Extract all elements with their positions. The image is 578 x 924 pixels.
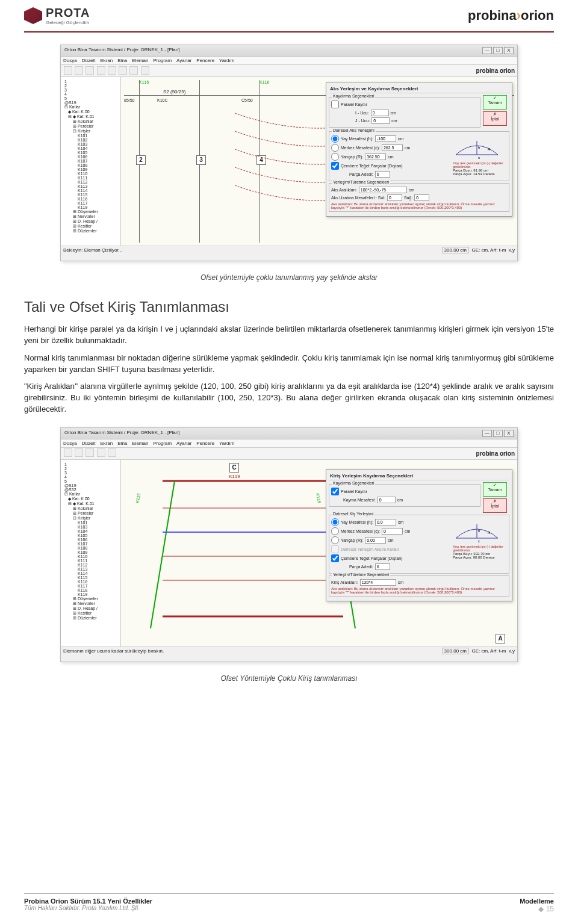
- tree-kiris-item[interactable]: K109: [63, 167, 118, 172]
- toolbar-icon[interactable]: [85, 66, 94, 75]
- merkez-input[interactable]: [382, 528, 403, 535]
- tree-kiris-item[interactable]: K118: [63, 588, 118, 592]
- tree-kiris-item[interactable]: K116: [63, 580, 118, 584]
- tree-dosemeler[interactable]: ⊞ Döşemeler: [63, 597, 118, 601]
- tree-katlar[interactable]: ⊟ Katlar: [63, 105, 118, 110]
- menu-item[interactable]: Yardım: [219, 441, 234, 446]
- tree-dosemeler[interactable]: ⊞ Döşemeler: [63, 209, 118, 214]
- toolbar-icon[interactable]: [85, 448, 94, 457]
- tree-kiris-item[interactable]: K115: [63, 193, 118, 197]
- menu-item[interactable]: Pencere: [196, 58, 214, 63]
- tree-item[interactable]: 1: [63, 462, 118, 467]
- tree-nervurler[interactable]: ⊞ Nervürler: [63, 214, 118, 219]
- parca-input[interactable]: [375, 563, 390, 570]
- paralel-kaydir-checkbox[interactable]: [331, 101, 339, 108]
- tree-kiris-item[interactable]: K114: [63, 188, 118, 193]
- tree-kiris-item[interactable]: K117: [63, 201, 118, 205]
- tree-kiris-item[interactable]: K105: [63, 150, 118, 155]
- yaricap-input[interactable]: [365, 537, 386, 544]
- menu-item[interactable]: Bina: [117, 441, 127, 446]
- close-icon[interactable]: X: [504, 430, 514, 437]
- yaricap-radio[interactable]: [331, 536, 339, 544]
- tree-kiris-item[interactable]: K113: [63, 184, 118, 188]
- maximize-icon[interactable]: □: [493, 430, 503, 437]
- menu-item[interactable]: Eleman: [132, 441, 148, 446]
- toolbar-icon[interactable]: [141, 66, 149, 75]
- tree-kesitler[interactable]: ⊞ Kesitler: [63, 611, 118, 616]
- menu-item[interactable]: Pencere: [196, 441, 214, 446]
- menu-item[interactable]: Program: [153, 58, 172, 63]
- menu-item[interactable]: Ayarlar: [176, 441, 191, 446]
- yay-radio[interactable]: [331, 518, 339, 526]
- tree-item[interactable]: 5: [63, 479, 118, 483]
- tree-kiris-item[interactable]: K105: [63, 533, 118, 538]
- tamam-button[interactable]: ✓Tamam: [483, 95, 507, 110]
- merkez-radio[interactable]: [331, 144, 339, 152]
- tree-kiris-item[interactable]: K119: [63, 592, 118, 597]
- tree-kiris-item[interactable]: K108: [63, 546, 118, 550]
- tree-kat00[interactable]: ◆ Kat: K.00: [63, 110, 118, 114]
- tree-kiris-item[interactable]: K104: [63, 146, 118, 150]
- close-icon[interactable]: X: [504, 47, 514, 54]
- toolbar-icon[interactable]: [129, 66, 138, 75]
- aks-araliklari-input[interactable]: [359, 187, 407, 193]
- j-ucu-input[interactable]: [371, 117, 390, 124]
- tree-item[interactable]: 1: [63, 79, 118, 84]
- tree-item[interactable]: @S19: [63, 483, 118, 488]
- tree-panel[interactable]: 1 2 3 4 5 @S19 @S32 ⊟ Katlar ◆ Kat: K.00…: [61, 460, 121, 646]
- toolbar-icon[interactable]: [64, 448, 72, 457]
- tree-item[interactable]: @S32: [63, 488, 118, 492]
- tree-kiris-item[interactable]: K103: [63, 142, 118, 146]
- minimize-icon[interactable]: —: [482, 430, 492, 437]
- kiris-araliklari-input[interactable]: [360, 579, 396, 586]
- parca-input[interactable]: [375, 171, 390, 178]
- toolbar-icon[interactable]: [97, 448, 105, 457]
- tree-duzlemler[interactable]: ⊞ Düzlemler: [63, 229, 118, 234]
- tree-item[interactable]: 2: [63, 467, 118, 471]
- merkez-input[interactable]: [382, 144, 403, 151]
- tree-kiris-item[interactable]: K106: [63, 155, 118, 159]
- sag-input[interactable]: [414, 194, 429, 201]
- tree-kiris-item[interactable]: K101: [63, 521, 118, 525]
- tree-item[interactable]: 2: [63, 84, 118, 88]
- iptal-button[interactable]: ✗İptal: [483, 498, 507, 513]
- tree-kiris-item[interactable]: K107: [63, 542, 118, 546]
- tree-kiris-item[interactable]: K101: [63, 134, 118, 138]
- tree-kat00[interactable]: ◆ Kat: K.00: [63, 497, 118, 501]
- toolbar-icon[interactable]: [108, 448, 116, 457]
- menu-item[interactable]: Bina: [117, 58, 127, 63]
- tree-kiris-item[interactable]: K109: [63, 550, 118, 554]
- tree-kiris-item[interactable]: K111: [63, 176, 118, 180]
- yaricap-input[interactable]: [365, 153, 386, 160]
- canvas-area[interactable]: C A K119 K115 K116 Kiriş Yerleşim Kaydır…: [121, 460, 517, 646]
- tree-perdeler[interactable]: ⊞ Perdeler: [63, 511, 118, 516]
- menu-item[interactable]: Düzelt: [82, 441, 96, 446]
- yaricap-radio[interactable]: [331, 153, 339, 161]
- tree-kiris-item[interactable]: K104: [63, 529, 118, 533]
- yay-input[interactable]: [375, 519, 396, 526]
- menu-item[interactable]: Düzelt: [82, 58, 96, 63]
- tree-item[interactable]: 5: [63, 96, 118, 101]
- menu-item[interactable]: Program: [153, 441, 172, 446]
- tree-kiris-item[interactable]: K112: [63, 180, 118, 184]
- tree-nervurler[interactable]: ⊞ Nervürler: [63, 601, 118, 606]
- menu-item[interactable]: Yardım: [219, 58, 234, 63]
- tree-kiris-item[interactable]: K110: [63, 172, 118, 176]
- tree-item[interactable]: 4: [63, 475, 118, 479]
- merkez-radio[interactable]: [331, 527, 339, 535]
- tree-dhesap[interactable]: ⊞ D. Hesap /: [63, 606, 118, 611]
- tree-kiris-item[interactable]: K112: [63, 563, 118, 567]
- tree-kiris-item[interactable]: K117: [63, 584, 118, 588]
- tree-duzlemler[interactable]: ⊞ Düzlemler: [63, 616, 118, 621]
- toolbar-icon[interactable]: [64, 66, 72, 75]
- iptal-button[interactable]: ✗İptal: [483, 111, 507, 126]
- yay-input[interactable]: [375, 135, 396, 142]
- canvas-area[interactable]: K115 S2 (50/25) K116 85/50 K10C C5/50 2 …: [121, 77, 517, 246]
- toolbar-icon[interactable]: [75, 448, 83, 457]
- sol-input[interactable]: [387, 194, 402, 201]
- toolbar-icon[interactable]: [108, 66, 116, 75]
- tree-kiris-item[interactable]: K113: [63, 567, 118, 571]
- tree-kiris-item[interactable]: K115: [63, 575, 118, 580]
- tree-kiris-item[interactable]: K106: [63, 538, 118, 542]
- tree-kolonlar[interactable]: ⊞ Kolonlar: [63, 506, 118, 511]
